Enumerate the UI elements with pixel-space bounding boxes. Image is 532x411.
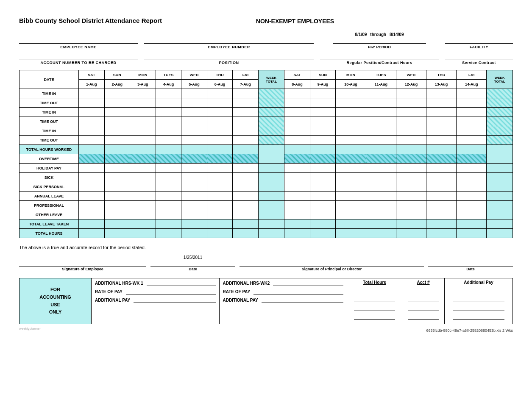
acct-num-col: Acct # xyxy=(402,278,445,324)
account-number-field: ACCOUNT NUMBER TO BE CHARGED xyxy=(19,53,138,65)
mon2-header: MON xyxy=(336,70,366,80)
position-field: POSITION xyxy=(144,53,314,65)
facility-field: FACILITY xyxy=(445,38,513,49)
annual-leave-row: ANNUAL LEAVE xyxy=(19,192,513,201)
fri2-date: 14-Aug xyxy=(457,80,487,89)
date2-field: Date xyxy=(428,260,513,271)
total-hours-col: Total Hours xyxy=(347,278,402,324)
sun2-date: 9-Aug xyxy=(310,80,336,89)
employee-name-field: EMPLOYEE NAME xyxy=(19,38,138,49)
sun2-header: SUN xyxy=(310,70,336,80)
fri1-header: FRI xyxy=(233,70,259,80)
fri2-header: FRI xyxy=(457,70,487,80)
addpay2-label: ADDITIONAL PAY xyxy=(223,298,258,303)
thu1-header: THU xyxy=(207,70,233,80)
sick-row: SICK xyxy=(19,173,513,182)
director-signature-field: Signature of Principal or Director xyxy=(240,260,424,271)
only-label: ONLY xyxy=(49,309,62,314)
wed2-header: WED xyxy=(396,70,426,80)
tues1-date: 4-Aug xyxy=(156,80,181,89)
sat1-date: 1-Aug xyxy=(79,80,105,89)
accounting-section: FOR ACCOUNTING USE ONLY ADDITIONAL HRS-W… xyxy=(19,278,513,324)
thu2-date: 13-Aug xyxy=(426,80,456,89)
tues2-date: 11-Aug xyxy=(366,80,396,89)
professional-row: PROFESSIONAL xyxy=(19,201,513,210)
fri1-date: 7-Aug xyxy=(233,80,259,89)
week1-total-header: WEEKTOTAL xyxy=(258,70,284,89)
pay-period-end: 8/14/09 xyxy=(390,32,404,37)
pay-period-start: 8/1/09 xyxy=(355,32,367,37)
employee-signature-field: Signature of Employee xyxy=(19,260,146,271)
acct-wk1-col: ADDITIONAL HRS-WK 1 RATE OF PAY ADDITION… xyxy=(92,278,220,324)
regular-position-field: Regular Position/Contract Hours xyxy=(320,53,439,65)
signature-section: Signature of Employee 1/25/2011 Date Sig… xyxy=(19,255,513,271)
thu2-header: THU xyxy=(426,70,456,80)
total-leave-taken-row: TOTAL LEAVE TAKEN xyxy=(19,219,513,229)
employee-number-field: EMPLOYEE NUMBER xyxy=(144,38,314,49)
wed1-header: WED xyxy=(181,70,207,80)
time-in-2-row: TIME IN xyxy=(19,108,513,117)
sat1-header: SAT xyxy=(79,70,105,80)
sun1-date: 2-Aug xyxy=(104,80,130,89)
date-header: DATE xyxy=(19,70,79,89)
other-leave-row: OTHER LEAVE xyxy=(19,210,513,219)
acct-wk2-col: ADDITIONAL HRS-WK2 RATE OF PAY ADDITIONA… xyxy=(220,278,348,324)
wed2-date: 12-Aug xyxy=(396,80,426,89)
service-contract-field: Service Contract xyxy=(445,53,513,65)
through-text: through xyxy=(370,32,386,37)
rate-pay2-label: RATE OF PAY xyxy=(223,289,251,294)
tues2-header: TUES xyxy=(366,70,396,80)
mon1-header: MON xyxy=(130,70,156,80)
add-hrs-wk1-label: ADDITIONAL HRS-WK 1 xyxy=(95,281,143,286)
sick-personal-row: SICK PERSONAL xyxy=(19,182,513,192)
sat2-date: 8-Aug xyxy=(284,80,310,89)
tues1-header: TUES xyxy=(156,70,181,80)
for-label: FOR xyxy=(50,287,60,292)
date-field: 1/25/2011 Date xyxy=(150,255,235,271)
attendance-table: DATE SAT SUN MON TUES WED THU FRI WEEKTO… xyxy=(19,70,513,238)
footer-file-id: 6635fcdb-880c-48e7-a6ff-25820680453b.xls… xyxy=(426,328,513,333)
non-exempt-label: NON-EXEMPT EMPLOYEES xyxy=(162,17,428,25)
week2-total-header: WEEKTOTAL xyxy=(487,70,513,89)
time-out-3-row: TIME OUT xyxy=(19,136,513,145)
report-title: Bibb County School District Attendance R… xyxy=(19,17,162,24)
rate-pay1-label: RATE OF PAY xyxy=(95,289,123,294)
attestation-text: The above is a true and accurate record … xyxy=(19,245,513,250)
time-out-2-row: TIME OUT xyxy=(19,117,513,126)
mon2-date: 10-Aug xyxy=(336,80,366,89)
additional-pay-col: Additional Pay xyxy=(445,278,513,324)
use-label: USE xyxy=(50,302,60,307)
watermark: weeklyplanner xyxy=(19,327,41,333)
mon1-date: 3-Aug xyxy=(130,80,156,89)
sat2-header: SAT xyxy=(284,70,310,80)
time-out-1-row: TIME OUT xyxy=(19,98,513,108)
thu1-date: 6-Aug xyxy=(207,80,233,89)
total-hours-worked-row: TOTAL HOURS WORKED xyxy=(19,145,513,154)
accounting-label-cell: FOR ACCOUNTING USE ONLY xyxy=(19,278,92,324)
overtime-row: OVERTIME xyxy=(19,154,513,164)
time-in-3-row: TIME IN xyxy=(19,126,513,136)
wed1-date: 5-Aug xyxy=(181,80,207,89)
holiday-pay-row: HOLIDAY PAY xyxy=(19,164,513,173)
addpay1-label: ADDITIONAL PAY xyxy=(95,298,130,303)
accounting-label: ACCOUNTING xyxy=(39,294,71,300)
pay-period-group: 8/1/09 through 8/14/09 PAY PERIOD xyxy=(320,32,439,49)
sun1-header: SUN xyxy=(104,70,130,80)
time-in-1-row: TIME IN xyxy=(19,89,513,98)
add-hrs-wk2-label: ADDITIONAL HRS-WK2 xyxy=(223,281,270,286)
total-hours-row: TOTAL HOURS xyxy=(19,229,513,238)
